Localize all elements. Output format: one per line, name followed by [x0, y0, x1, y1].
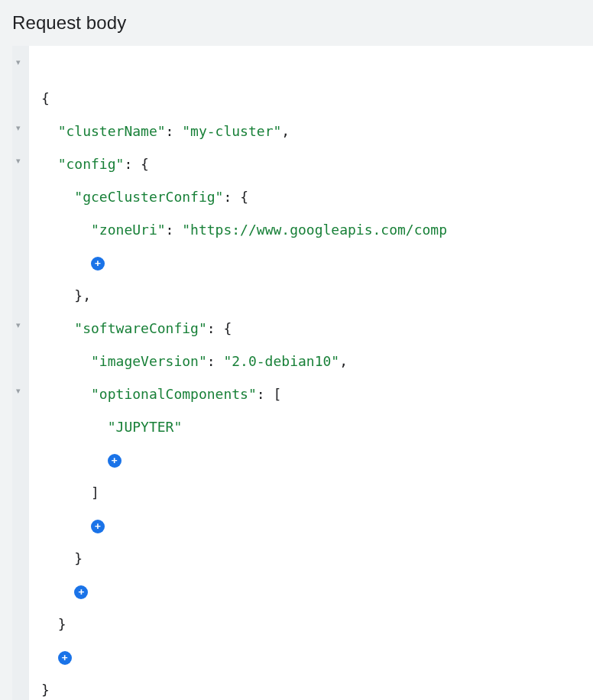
comma: , — [281, 123, 290, 139]
brace-open: { — [223, 320, 232, 336]
val-zoneUri: "https://www.googleapis.com/comp — [182, 222, 447, 238]
colon: : — [124, 156, 141, 172]
brace-open: { — [141, 156, 149, 172]
add-field-button[interactable] — [74, 585, 88, 599]
section-title: Request body — [12, 12, 593, 34]
add-field-button[interactable] — [91, 520, 105, 533]
key-imageVersion: "imageVersion" — [91, 353, 207, 369]
fold-gutter: ▾ ▾ ▾ ▾ ▾ — [12, 46, 29, 700]
key-optionalComponents: "optionalComponents" — [91, 386, 257, 402]
key-config: "config" — [58, 156, 125, 172]
fold-toggle[interactable]: ▾ — [16, 386, 21, 396]
fold-toggle[interactable]: ▾ — [16, 57, 21, 67]
add-field-button[interactable] — [58, 651, 72, 665]
bracket-close: ] — [91, 484, 99, 501]
brace-close: } — [41, 682, 50, 698]
add-array-item-button[interactable] — [108, 454, 122, 468]
json-editor: ▾ ▾ ▾ ▾ ▾ { "clusterName": "my-cluster",… — [12, 46, 593, 700]
key-softwareConfig: "softwareConfig" — [74, 320, 206, 336]
key-gceClusterConfig: "gceClusterConfig" — [74, 189, 223, 205]
colon: : — [207, 353, 224, 369]
fold-toggle[interactable]: ▾ — [16, 320, 21, 330]
brace-open: { — [41, 90, 50, 106]
brace-open: { — [240, 189, 248, 205]
colon: : — [207, 320, 224, 336]
comma: , — [339, 353, 348, 369]
bracket-open: [ — [273, 386, 281, 402]
val-imageVersion: "2.0-debian10" — [223, 353, 339, 369]
fold-toggle[interactable]: ▾ — [16, 123, 21, 133]
colon: : — [257, 386, 274, 402]
key-clusterName: "clusterName" — [58, 123, 166, 139]
key-zoneUri: "zoneUri" — [91, 222, 166, 238]
brace-close: }, — [74, 287, 91, 303]
add-field-button[interactable] — [91, 257, 105, 271]
code-area[interactable]: { "clusterName": "my-cluster", "config":… — [12, 46, 593, 700]
brace-close: } — [74, 550, 83, 566]
fold-toggle[interactable]: ▾ — [16, 156, 21, 166]
array-item-0: "JUPYTER" — [108, 419, 183, 435]
val-clusterName: "my-cluster" — [182, 123, 281, 139]
colon: : — [223, 189, 240, 205]
colon: : — [166, 222, 183, 238]
colon: : — [166, 123, 183, 139]
brace-close: } — [58, 616, 66, 632]
